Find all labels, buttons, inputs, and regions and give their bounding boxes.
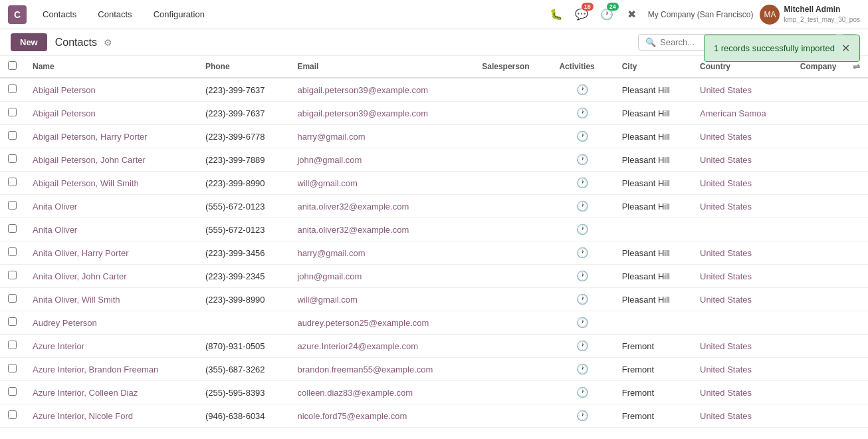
activity-clock-icon[interactable]: 🕐 <box>576 410 589 422</box>
row-activities[interactable]: 🕐 <box>551 311 613 335</box>
row-checkbox[interactable] <box>8 224 17 233</box>
row-name[interactable]: Azure Interior <box>25 335 197 358</box>
activity-clock-icon[interactable]: 🕐 <box>576 107 589 119</box>
row-name[interactable]: Anita Oliver, Harry Porter <box>25 241 197 265</box>
user-menu[interactable]: MA Mitchell Admin kmp_2_test_may_30_pos <box>760 5 860 25</box>
th-phone[interactable]: Phone <box>197 56 289 78</box>
row-email[interactable]: john@gmail.com <box>289 148 474 172</box>
nav-configuration[interactable]: Configuration <box>148 7 210 22</box>
row-checkbox[interactable] <box>8 131 17 140</box>
notification-close-button[interactable]: ✕ <box>841 42 850 55</box>
gear-icon[interactable]: ⚙ <box>104 37 112 48</box>
row-checkbox[interactable] <box>8 154 17 163</box>
row-activities[interactable]: 🕐 <box>551 195 613 218</box>
activity-clock-icon[interactable]: 🕐 <box>576 363 589 375</box>
company-selector[interactable]: My Company (San Francisco) <box>648 10 754 19</box>
row-email[interactable]: abigail.peterson39@example.com <box>289 102 474 125</box>
row-city: Fremont <box>614 381 692 404</box>
row-checkbox[interactable] <box>8 178 17 186</box>
activity-clock-icon[interactable]: 🕐 <box>576 247 589 259</box>
nav-contacts[interactable]: Contacts <box>92 7 137 22</box>
row-checkbox[interactable] <box>8 341 17 349</box>
row-activities[interactable]: 🕐 <box>551 404 613 428</box>
row-activities[interactable]: 🕐 <box>551 241 613 265</box>
row-email[interactable]: colleen.diaz83@example.com <box>289 381 474 404</box>
row-activities[interactable]: 🕐 <box>551 78 613 102</box>
activity-clock-icon[interactable]: 🕐 <box>576 84 589 96</box>
row-checkbox[interactable] <box>8 317 17 326</box>
row-email[interactable]: harry@gmail.com <box>289 241 474 265</box>
row-email[interactable]: audrey.peterson25@example.com <box>289 311 474 335</box>
row-checkbox[interactable] <box>8 387 17 396</box>
row-activities[interactable]: 🕐 <box>551 265 613 288</box>
activity-clock-icon[interactable]: 🕐 <box>576 317 589 329</box>
activity-clock-icon[interactable]: 🕐 <box>576 340 589 352</box>
row-activities[interactable]: 🕐 <box>551 102 613 125</box>
row-name[interactable]: Azure Interior, Nicole Ford <box>25 404 197 428</box>
row-email[interactable]: john@gmail.com <box>289 265 474 288</box>
row-name[interactable]: Abigail Peterson <box>25 102 197 125</box>
column-filter-icon[interactable]: ⇌ <box>853 62 860 72</box>
activity-clock-icon[interactable]: 🕐 <box>576 154 589 166</box>
row-email[interactable]: anita.oliver32@example.com <box>289 218 474 241</box>
row-email[interactable]: abigail.peterson39@example.com <box>289 78 474 102</box>
activity-clock-icon[interactable]: 🕐 <box>576 130 589 142</box>
row-activities[interactable]: 🕐 <box>551 172 613 195</box>
messages-badge: 18 <box>582 3 594 11</box>
activity-clock-icon[interactable]: 🕐 <box>576 293 589 305</box>
row-activities[interactable]: 🕐 <box>551 125 613 148</box>
activity-clock-icon[interactable]: 🕐 <box>576 386 589 398</box>
row-checkbox[interactable] <box>8 410 17 419</box>
row-checkbox[interactable] <box>8 271 17 279</box>
row-activities[interactable]: 🕐 <box>551 288 613 311</box>
row-email[interactable]: harry@gmail.com <box>289 125 474 148</box>
row-checkbox[interactable] <box>8 108 17 116</box>
row-name[interactable]: Abigail Peterson <box>25 78 197 102</box>
row-checkbox[interactable] <box>8 294 17 303</box>
row-checkbox[interactable] <box>8 84 17 93</box>
new-button[interactable]: New <box>11 33 47 51</box>
th-name[interactable]: Name <box>25 56 197 78</box>
row-name[interactable]: Abigail Peterson, John Carter <box>25 148 197 172</box>
row-checkbox[interactable] <box>8 201 17 210</box>
row-checkbox[interactable] <box>8 364 17 372</box>
activity-clock-icon[interactable]: 🕐 <box>576 270 589 282</box>
th-select-all[interactable] <box>0 56 25 78</box>
nav-contacts-app[interactable]: Contacts <box>37 7 82 22</box>
row-activities[interactable]: 🕐 <box>551 148 613 172</box>
row-email[interactable]: will@gmail.com <box>289 172 474 195</box>
th-email[interactable]: Email <box>289 56 474 78</box>
row-name[interactable]: Anita Oliver <box>25 195 197 218</box>
row-country: United States <box>692 241 792 265</box>
messages-icon-btn[interactable]: 💬 18 <box>572 5 591 24</box>
row-email[interactable]: brandon.freeman55@example.com <box>289 358 474 381</box>
activity-clock-icon[interactable]: 🕐 <box>576 200 589 212</box>
th-salesperson[interactable]: Salesperson <box>474 56 551 78</box>
debug-icon-btn[interactable]: 🐛 <box>547 5 566 24</box>
th-city[interactable]: City <box>614 56 692 78</box>
row-name[interactable]: Anita Oliver, Will Smith <box>25 288 197 311</box>
row-activities[interactable]: 🕐 <box>551 381 613 404</box>
row-activities[interactable]: 🕐 <box>551 358 613 381</box>
row-name[interactable]: Anita Oliver, John Carter <box>25 265 197 288</box>
activity-clock-icon[interactable]: 🕐 <box>576 177 589 189</box>
row-email[interactable]: nicole.ford75@example.com <box>289 404 474 428</box>
activities-icon-btn[interactable]: 🕐 24 <box>597 5 616 24</box>
row-checkbox[interactable] <box>8 247 17 256</box>
settings-icon-btn[interactable]: ✖ <box>623 5 641 24</box>
row-name[interactable]: Azure Interior, Brandon Freeman <box>25 358 197 381</box>
table-row: Anita Oliver (555)-672-0123 anita.oliver… <box>0 218 868 241</box>
row-email[interactable]: anita.oliver32@example.com <box>289 195 474 218</box>
row-name[interactable]: Abigail Peterson, Will Smith <box>25 172 197 195</box>
row-name[interactable]: Abigail Peterson, Harry Porter <box>25 125 197 148</box>
row-name[interactable]: Anita Oliver <box>25 218 197 241</box>
row-activities[interactable]: 🕐 <box>551 218 613 241</box>
row-name[interactable]: Azure Interior, Colleen Diaz <box>25 381 197 404</box>
select-all-checkbox[interactable] <box>8 61 17 70</box>
row-activities[interactable]: 🕐 <box>551 335 613 358</box>
row-email[interactable]: will@gmail.com <box>289 288 474 311</box>
th-activities[interactable]: Activities <box>551 56 613 78</box>
row-name[interactable]: Audrey Peterson <box>25 311 197 335</box>
activity-clock-icon[interactable]: 🕐 <box>576 223 589 235</box>
row-email[interactable]: azure.Interior24@example.com <box>289 335 474 358</box>
